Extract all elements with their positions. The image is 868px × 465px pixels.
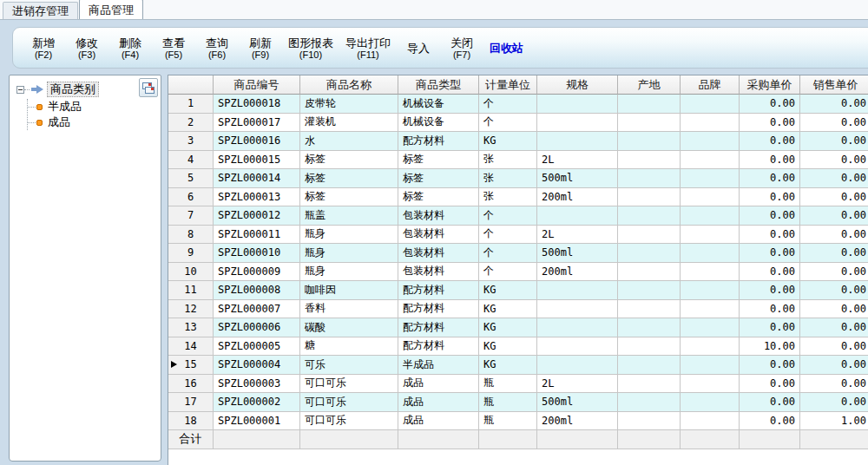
cell-name[interactable]: 咖啡因 <box>300 281 398 300</box>
cell-spec[interactable] <box>537 114 618 133</box>
cell-origin[interactable] <box>618 318 681 337</box>
column-header[interactable]: 规格 <box>537 75 618 95</box>
table-row[interactable]: 2SPZL000017灌装机机械设备个0.000.00 <box>168 114 868 133</box>
cell-code[interactable]: SPZL000015 <box>214 151 300 170</box>
cell-spec[interactable]: 200ml <box>537 188 618 207</box>
cell-purchase[interactable]: 0.00 <box>740 95 800 114</box>
cell-purchase[interactable]: 0.00 <box>740 393 800 412</box>
cell-sale[interactable]: 0.00 <box>800 318 868 337</box>
cell-sale[interactable]: 0.00 <box>800 375 868 394</box>
cell-purchase[interactable]: 10.00 <box>740 337 800 357</box>
cell-unit[interactable]: 个 <box>479 244 537 263</box>
cell-spec[interactable] <box>537 356 618 375</box>
cell-sale[interactable]: 0.00 <box>800 337 868 357</box>
cell-num[interactable]: 3 <box>168 132 214 151</box>
cell-num[interactable]: 16 <box>168 375 214 394</box>
cell-brand[interactable] <box>681 132 740 151</box>
cell-type[interactable]: 配方材料 <box>398 318 479 337</box>
cell-sale[interactable]: 0.00 <box>800 151 868 170</box>
cell-unit[interactable]: KG <box>479 300 537 319</box>
tree-root-label[interactable]: 商品类别 <box>47 82 99 97</box>
cell-code[interactable]: SPZL000001 <box>214 412 300 431</box>
cell-code[interactable]: SPZL000008 <box>214 281 300 300</box>
cell-name[interactable]: 标签 <box>300 169 398 188</box>
cell-spec[interactable]: 200ml <box>537 412 618 431</box>
column-header[interactable]: 商品名称 <box>300 75 398 95</box>
cell-brand[interactable] <box>681 114 740 133</box>
cell-unit[interactable]: KG <box>479 356 537 375</box>
cell-origin[interactable] <box>618 393 681 412</box>
cell-sale[interactable]: 0.00 <box>800 263 868 282</box>
cell-unit[interactable]: 个 <box>479 206 537 226</box>
table-row[interactable]: 11SPZL000008咖啡因配方材料KG0.000.00 <box>168 281 868 300</box>
cell-sale[interactable]: 0.00 <box>800 114 868 133</box>
cell-num[interactable]: 17 <box>168 393 214 412</box>
cell-spec[interactable]: 2L <box>537 375 618 394</box>
cell-code[interactable]: SPZL000012 <box>214 206 300 226</box>
cell-origin[interactable] <box>618 244 681 263</box>
cell-purchase[interactable]: 0.00 <box>740 151 800 170</box>
toolbar-button-import[interactable]: 导入 <box>397 40 440 56</box>
cell-num[interactable]: 14 <box>168 337 214 357</box>
cell-purchase[interactable]: 0.00 <box>740 226 800 245</box>
table-row[interactable]: 14SPZL000005糖配方材料KG10.000.00 <box>168 337 868 357</box>
tree-collapse-icon[interactable] <box>16 86 24 94</box>
cell-sale[interactable]: 0.00 <box>800 95 868 114</box>
cell-type[interactable]: 成品 <box>398 393 479 412</box>
column-header[interactable]: 销售单价 <box>800 75 868 95</box>
cell-unit[interactable]: KG <box>479 337 537 357</box>
cell-code[interactable]: SPZL000009 <box>214 263 300 282</box>
cell-sale[interactable]: 0.00 <box>800 188 868 207</box>
cell-name[interactable]: 瓶身 <box>300 244 398 263</box>
column-header[interactable] <box>168 75 214 95</box>
cell-type[interactable]: 包装材料 <box>398 206 479 226</box>
cell-type[interactable]: 标签 <box>398 151 479 170</box>
cell-brand[interactable] <box>681 281 740 300</box>
cell-num[interactable]: 15 <box>168 356 214 375</box>
cell-sale[interactable]: 0.00 <box>800 393 868 412</box>
cell-type[interactable]: 包装材料 <box>398 244 479 263</box>
cell-origin[interactable] <box>618 169 681 188</box>
cell-sale[interactable]: 1.00 <box>800 412 868 431</box>
cell-sale[interactable]: 0.00 <box>800 169 868 188</box>
cell-origin[interactable] <box>618 356 681 375</box>
cell-num[interactable]: 2 <box>168 114 214 133</box>
cell-purchase[interactable]: 0.00 <box>740 263 800 282</box>
cell-type[interactable]: 配方材料 <box>398 132 479 151</box>
tree-layout-button[interactable] <box>139 78 158 97</box>
cell-num[interactable]: 10 <box>168 263 214 282</box>
cell-code[interactable]: SPZL000017 <box>214 114 300 133</box>
cell-origin[interactable] <box>618 132 681 151</box>
table-row[interactable]: 10SPZL000009瓶身包装材料个200ml0.000.00 <box>168 263 868 282</box>
tree-item-1[interactable]: 成品 <box>28 115 161 130</box>
toolbar-button-add[interactable]: 新增(F2) <box>22 35 65 62</box>
cell-num[interactable]: 9 <box>168 244 214 263</box>
cell-brand[interactable] <box>681 300 740 319</box>
cell-unit[interactable]: 张 <box>479 151 537 170</box>
cell-brand[interactable] <box>681 263 740 282</box>
cell-origin[interactable] <box>618 337 681 357</box>
cell-purchase[interactable]: 0.00 <box>740 300 800 319</box>
cell-code[interactable]: SPZL000016 <box>214 132 300 151</box>
cell-name[interactable]: 标签 <box>300 188 398 207</box>
toolbar-button-delete[interactable]: 删除(F4) <box>108 35 152 62</box>
cell-unit[interactable]: 张 <box>479 188 537 207</box>
cell-purchase[interactable]: 0.00 <box>740 281 800 300</box>
cell-type[interactable]: 成品 <box>398 412 479 431</box>
cell-unit[interactable]: 个 <box>479 226 537 245</box>
cell-sale[interactable]: 0.00 <box>800 244 868 263</box>
cell-type[interactable]: 成品 <box>398 375 479 394</box>
cell-num[interactable]: 7 <box>168 206 214 226</box>
cell-brand[interactable] <box>681 188 740 207</box>
cell-name[interactable]: 可乐 <box>300 356 398 375</box>
cell-type[interactable]: 机械设备 <box>398 114 479 133</box>
cell-num[interactable]: 4 <box>168 151 214 170</box>
cell-origin[interactable] <box>618 281 681 300</box>
cell-type[interactable]: 包装材料 <box>398 226 479 245</box>
table-row[interactable]: 12SPZL000007香料配方材料KG0.000.00 <box>168 300 868 319</box>
cell-num[interactable]: 18 <box>168 412 214 431</box>
cell-purchase[interactable]: 0.00 <box>740 375 800 394</box>
cell-type[interactable]: 半成品 <box>398 356 479 375</box>
cell-num[interactable]: 1 <box>168 95 214 114</box>
cell-name[interactable]: 水 <box>300 132 398 151</box>
